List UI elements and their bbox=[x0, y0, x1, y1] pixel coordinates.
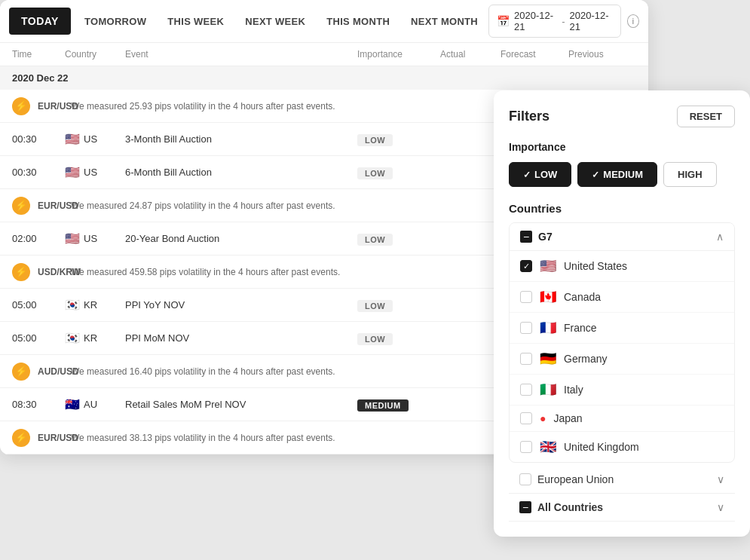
col-actual: Actual bbox=[440, 49, 501, 60]
date-to: 2020-12-21 bbox=[570, 10, 613, 32]
it-name: Italy bbox=[564, 384, 583, 396]
event-country: 🇺🇸US bbox=[65, 165, 125, 179]
de-checkbox[interactable] bbox=[520, 353, 532, 365]
countries-section-title: Countries bbox=[509, 202, 735, 215]
calendar-icon: 📅 bbox=[497, 15, 510, 27]
eu-checkbox[interactable] bbox=[519, 473, 531, 485]
event-name: 3-Month Bill Auction bbox=[125, 133, 357, 145]
uk-name: United Kingdom bbox=[564, 441, 639, 453]
all-countries-name: All Countries bbox=[537, 501, 603, 513]
uk-flag: 🇬🇧 bbox=[540, 439, 556, 455]
check-icon: ✓ bbox=[523, 170, 531, 180]
event-country: 🇰🇷KR bbox=[65, 298, 125, 312]
info-icon[interactable]: i bbox=[627, 14, 639, 28]
eu-group-row[interactable]: European Union ∨ bbox=[509, 466, 735, 494]
country-item-uk[interactable]: 🇬🇧 United Kingdom bbox=[510, 432, 734, 462]
all-countries-minus-icon: − bbox=[519, 501, 531, 513]
nav-tomorrow[interactable]: TOMORROW bbox=[74, 8, 157, 35]
event-name: 20-Year Bond Auction bbox=[125, 233, 357, 244]
fr-flag: 🇫🇷 bbox=[540, 320, 556, 336]
check-icon: ✓ bbox=[592, 170, 599, 180]
importance-medium-button[interactable]: ✓ MEDIUM bbox=[577, 162, 657, 187]
high-label: HIGH bbox=[678, 169, 703, 180]
importance-low-button[interactable]: ✓ LOW bbox=[509, 162, 571, 187]
nav-this-month[interactable]: THIS MONTH bbox=[316, 8, 400, 35]
volatility-icon: ⚡ bbox=[12, 363, 30, 381]
g7-group-header[interactable]: − G7 ∧ bbox=[510, 223, 734, 251]
us-name: United States bbox=[564, 260, 627, 272]
country-item-ca[interactable]: 🇨🇦 Canada bbox=[510, 282, 734, 313]
volatility-icon: ⚡ bbox=[12, 197, 30, 215]
jp-checkbox[interactable] bbox=[520, 412, 532, 424]
event-importance: LOW bbox=[357, 133, 440, 146]
event-time: 05:00 bbox=[12, 332, 65, 344]
de-flag: 🇩🇪 bbox=[540, 350, 556, 367]
date-from: 2020-12-21 bbox=[514, 10, 557, 32]
eu-chevron-icon: ∨ bbox=[717, 473, 724, 485]
col-country: Country bbox=[65, 49, 125, 60]
eu-name: European Union bbox=[537, 473, 614, 485]
it-checkbox[interactable] bbox=[520, 384, 532, 396]
country-item-fr[interactable]: 🇫🇷 France bbox=[510, 313, 734, 344]
country-item-us[interactable]: 🇺🇸 United States bbox=[510, 251, 734, 282]
us-flag: 🇺🇸 bbox=[540, 258, 556, 274]
event-name: Retail Sales MoM Prel NOV bbox=[125, 399, 357, 410]
nav-today-button[interactable]: TODAY bbox=[9, 8, 71, 35]
it-flag: 🇮🇹 bbox=[540, 381, 556, 398]
col-previous: Previous bbox=[568, 49, 636, 60]
filters-title: Filters bbox=[509, 109, 549, 124]
event-time: 02:00 bbox=[12, 233, 65, 244]
event-country: 🇦🇺AU bbox=[65, 397, 125, 412]
event-importance: LOW bbox=[357, 232, 440, 246]
nav-next-week[interactable]: NEXT WEEK bbox=[234, 8, 316, 35]
g7-chevron-icon: ∧ bbox=[716, 231, 724, 243]
all-countries-row[interactable]: − All Countries ∨ bbox=[509, 494, 735, 522]
fr-name: France bbox=[564, 322, 597, 334]
col-time: Time bbox=[12, 49, 65, 60]
all-countries-chevron-icon: ∨ bbox=[717, 501, 724, 513]
country-item-it[interactable]: 🇮🇹 Italy bbox=[510, 375, 734, 405]
jp-name: Japan bbox=[553, 412, 582, 424]
event-time: 00:30 bbox=[12, 133, 65, 145]
event-name: PPI MoM NOV bbox=[125, 332, 357, 344]
event-time: 05:00 bbox=[12, 299, 65, 311]
ca-name: Canada bbox=[564, 291, 601, 303]
table-header: Time Country Event Importance Actual For… bbox=[0, 43, 648, 66]
event-time: 00:30 bbox=[12, 167, 65, 178]
importance-high-button[interactable]: HIGH bbox=[663, 162, 717, 187]
us-checkbox[interactable] bbox=[520, 260, 532, 272]
volatility-icon: ⚡ bbox=[12, 429, 30, 447]
filters-panel: Filters RESET Importance ✓ LOW ✓ MEDIUM … bbox=[494, 90, 750, 537]
uk-checkbox[interactable] bbox=[520, 441, 532, 453]
event-importance: LOW bbox=[357, 166, 440, 179]
event-name: PPI YoY NOV bbox=[125, 299, 357, 311]
medium-label: MEDIUM bbox=[603, 169, 643, 180]
g7-minus-icon: − bbox=[520, 231, 532, 243]
reset-button[interactable]: RESET bbox=[677, 106, 735, 127]
g7-label: G7 bbox=[538, 231, 553, 243]
ca-flag: 🇨🇦 bbox=[540, 289, 556, 305]
date-range-picker[interactable]: 📅 2020-12-21 - 2020-12-21 bbox=[488, 5, 621, 38]
volatility-icon: ⚡ bbox=[12, 97, 30, 115]
importance-buttons: ✓ LOW ✓ MEDIUM HIGH bbox=[509, 162, 735, 187]
event-importance: LOW bbox=[357, 298, 440, 312]
event-time: 08:30 bbox=[12, 399, 65, 410]
g7-group: − G7 ∧ 🇺🇸 United States 🇨🇦 Canada 🇫🇷 Fra… bbox=[509, 222, 735, 463]
event-importance: MEDIUM bbox=[357, 398, 440, 412]
event-name: 6-Month Bill Auction bbox=[125, 167, 357, 178]
col-event: Event bbox=[125, 49, 357, 60]
event-country: 🇺🇸US bbox=[65, 132, 125, 146]
fr-checkbox[interactable] bbox=[520, 322, 532, 334]
event-importance: LOW bbox=[357, 332, 440, 345]
date-group-header: 2020 Dec 22 bbox=[0, 66, 648, 90]
nav-next-month[interactable]: NEXT MONTH bbox=[400, 8, 488, 35]
country-item-jp[interactable]: ● Japan bbox=[510, 405, 734, 432]
importance-section-title: Importance bbox=[509, 141, 735, 153]
filters-header: Filters RESET bbox=[509, 106, 735, 127]
ca-checkbox[interactable] bbox=[520, 291, 532, 303]
nav-bar: TODAY TOMORROW THIS WEEK NEXT WEEK THIS … bbox=[0, 0, 648, 43]
country-item-de[interactable]: 🇩🇪 Germany bbox=[510, 344, 734, 375]
de-name: Germany bbox=[564, 353, 608, 365]
nav-this-week[interactable]: THIS WEEK bbox=[157, 8, 234, 35]
date-dash: - bbox=[562, 16, 565, 27]
